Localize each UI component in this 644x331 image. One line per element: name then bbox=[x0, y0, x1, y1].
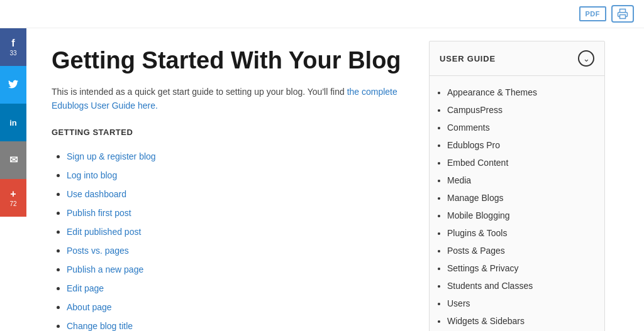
user-guide-link[interactable]: Embed Content bbox=[447, 158, 508, 168]
email-share-button[interactable]: ✉ bbox=[0, 141, 26, 179]
email-icon: ✉ bbox=[9, 155, 18, 165]
list-item: Media bbox=[447, 171, 594, 189]
getting-started-link[interactable]: Log into blog bbox=[67, 170, 117, 180]
list-item: Posts vs. pages bbox=[67, 241, 404, 260]
getting-started-link[interactable]: Sign up & register blog bbox=[67, 151, 156, 161]
user-guide-link[interactable]: Manage Blogs bbox=[447, 193, 504, 203]
user-guide-sidebar: USER GUIDE ⌄ Appearance & ThemesCampusPr… bbox=[429, 41, 605, 331]
user-guide-link[interactable]: Mobile Blogging bbox=[447, 210, 510, 220]
twitter-share-button[interactable] bbox=[0, 66, 26, 104]
list-item: Publish a new page bbox=[67, 260, 404, 279]
list-item: Embed Content bbox=[447, 154, 594, 171]
getting-started-link[interactable]: Edit page bbox=[67, 283, 104, 293]
list-item: Sign up & register blog bbox=[67, 147, 404, 166]
user-guide-link[interactable]: Posts & Pages bbox=[447, 246, 505, 256]
facebook-share-button[interactable]: f 33 bbox=[0, 28, 26, 66]
top-bar: PDF bbox=[0, 0, 644, 28]
plus-share-button[interactable]: + 72 bbox=[0, 179, 26, 217]
list-item: Change blog title bbox=[67, 317, 404, 331]
list-item: Posts & Pages bbox=[447, 242, 594, 259]
user-guide-link[interactable]: Media bbox=[447, 175, 471, 185]
getting-started-link[interactable]: Edit published post bbox=[67, 227, 141, 237]
intro-text-start: This is intended as a quick get start gu… bbox=[52, 87, 347, 97]
main-content: Getting Started With Your Blog This is i… bbox=[26, 28, 429, 331]
list-item: About page bbox=[67, 298, 404, 317]
getting-started-list: Sign up & register blogLog into blogUse … bbox=[52, 147, 404, 331]
list-item: Appearance & Themes bbox=[447, 84, 594, 101]
plus-count: 72 bbox=[9, 200, 16, 207]
list-item: CampusPress bbox=[447, 101, 594, 119]
getting-started-link[interactable]: About page bbox=[67, 302, 112, 312]
facebook-count: 33 bbox=[9, 50, 16, 57]
svg-rect-0 bbox=[620, 15, 626, 19]
list-item: Widgets & Sidebars bbox=[447, 312, 594, 330]
user-guide-link[interactable]: Students and Classes bbox=[447, 281, 533, 291]
user-guide-link[interactable]: Comments bbox=[447, 122, 490, 133]
list-item: Plugins & Tools bbox=[447, 224, 594, 242]
linkedin-share-button[interactable]: in bbox=[0, 104, 26, 141]
getting-started-link[interactable]: Publish a new page bbox=[67, 264, 143, 274]
social-sidebar: f 33 in ✉ + 72 bbox=[0, 28, 26, 331]
user-guide-link[interactable]: Appearance & Themes bbox=[447, 87, 537, 97]
list-item: Publish first post bbox=[67, 203, 404, 222]
user-guide-title: USER GUIDE bbox=[440, 54, 496, 63]
user-guide-link[interactable]: Plugins & Tools bbox=[447, 228, 507, 238]
pdf-button[interactable]: PDF bbox=[579, 6, 607, 21]
intro-paragraph: This is intended as a quick get start gu… bbox=[52, 85, 404, 113]
list-item: Manage Blogs bbox=[447, 189, 594, 207]
list-item: Log into blog bbox=[67, 166, 404, 185]
list-item: Students and Classes bbox=[447, 277, 594, 295]
list-item: Edit published post bbox=[67, 222, 404, 241]
user-guide-link[interactable]: Widgets & Sidebars bbox=[447, 316, 525, 326]
print-button[interactable] bbox=[611, 5, 634, 23]
getting-started-link[interactable]: Use dashboard bbox=[67, 189, 126, 199]
linkedin-icon: in bbox=[9, 119, 17, 127]
list-item: Comments bbox=[447, 119, 594, 136]
list-item: Use dashboard bbox=[67, 185, 404, 203]
list-item: Edublogs Pro bbox=[447, 136, 594, 154]
list-item: Users bbox=[447, 295, 594, 312]
user-guide-header: USER GUIDE ⌄ bbox=[430, 41, 604, 76]
user-guide-link[interactable]: Settings & Privacy bbox=[447, 263, 519, 273]
getting-started-heading: GETTING STARTED bbox=[52, 128, 404, 137]
user-guide-link[interactable]: Users bbox=[447, 298, 470, 308]
collapse-button[interactable]: ⌄ bbox=[578, 50, 594, 67]
list-item: Mobile Blogging bbox=[447, 207, 594, 224]
user-guide-link[interactable]: CampusPress bbox=[447, 105, 502, 115]
list-item: Settings & Privacy bbox=[447, 259, 594, 277]
getting-started-link[interactable]: Posts vs. pages bbox=[67, 246, 129, 256]
user-guide-link[interactable]: Edublogs Pro bbox=[447, 140, 500, 150]
list-item: Edit page bbox=[67, 279, 404, 298]
page-layout: f 33 in ✉ + 72 Getting Started With Your… bbox=[0, 28, 644, 331]
plus-icon: + bbox=[10, 189, 16, 199]
facebook-icon: f bbox=[11, 38, 14, 48]
page-title: Getting Started With Your Blog bbox=[52, 47, 404, 75]
getting-started-link[interactable]: Change blog title bbox=[67, 321, 133, 331]
user-guide-list: Appearance & ThemesCampusPressCommentsEd… bbox=[430, 76, 604, 331]
getting-started-link[interactable]: Publish first post bbox=[67, 208, 131, 218]
twitter-icon bbox=[8, 80, 18, 90]
